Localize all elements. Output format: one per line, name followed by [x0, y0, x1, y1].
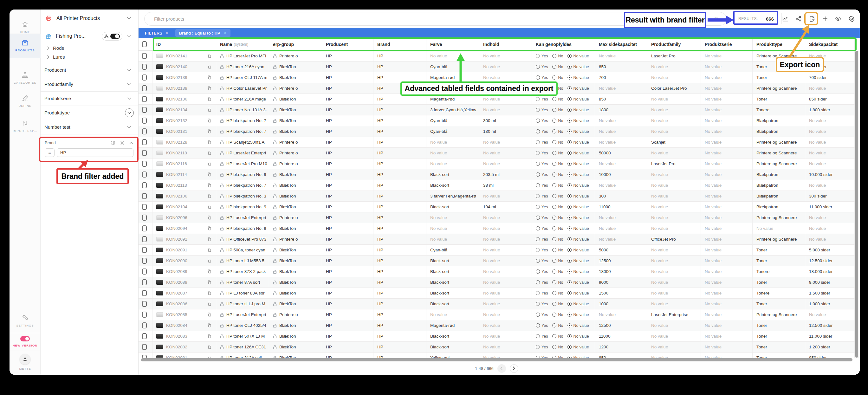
- radio-no-value[interactable]: [567, 312, 571, 317]
- radio-no[interactable]: [552, 183, 556, 187]
- radio-no[interactable]: [552, 345, 556, 349]
- radio-yes[interactable]: [536, 291, 540, 295]
- table-row[interactable]: KON02094 HP blækpatron No. 9 BlækTon HP …: [138, 223, 855, 234]
- tree-item-lures[interactable]: Lures: [40, 53, 138, 61]
- copy-icon[interactable]: [207, 215, 212, 220]
- radio-no-value[interactable]: [567, 151, 571, 155]
- radio-yes[interactable]: [536, 183, 540, 187]
- chevron-down-circle-icon[interactable]: [125, 109, 134, 117]
- radio-yes[interactable]: [536, 108, 540, 112]
- radio-yes[interactable]: [536, 65, 540, 69]
- row-checkbox[interactable]: [142, 333, 147, 339]
- horizontal-scrollbar-thumb[interactable]: [141, 358, 852, 361]
- radio-no[interactable]: [552, 151, 556, 155]
- filter-section-producent[interactable]: Producent: [40, 63, 138, 77]
- table-row[interactable]: KON02086 HP toner til LJ pro M BlækTon H…: [138, 299, 855, 309]
- radio-no[interactable]: [552, 173, 556, 177]
- radio-yes[interactable]: [536, 129, 540, 133]
- radio-no[interactable]: [552, 291, 556, 295]
- radio-no-value[interactable]: [567, 345, 571, 349]
- table-row[interactable]: KON02140 HP toner 216A cyan BlækTon HP H…: [138, 61, 855, 72]
- radio-no-value[interactable]: [567, 237, 571, 241]
- row-checkbox[interactable]: [142, 139, 147, 145]
- sidebar-item-products[interactable]: PRODUCTS: [9, 34, 40, 58]
- radio-no[interactable]: [552, 162, 556, 166]
- radio-no-value[interactable]: [567, 65, 571, 69]
- table-row[interactable]: KON02088 HP toner 87A sort BlækTon HP HP…: [138, 277, 855, 288]
- select-all-checkbox[interactable]: [142, 41, 147, 47]
- radio-no-value[interactable]: [567, 226, 571, 231]
- tree-item-rods[interactable]: Rods: [40, 44, 138, 52]
- table-row[interactable]: KON02116 HP LaserJet Pro M10 Printere o …: [138, 158, 855, 169]
- radio-yes[interactable]: [536, 75, 540, 80]
- workspace-selector[interactable]: Fishing Pro...: [40, 29, 138, 43]
- sidebar-item-home[interactable]: HOME: [9, 21, 40, 34]
- copy-icon[interactable]: [207, 259, 212, 263]
- row-checkbox[interactable]: [142, 323, 147, 328]
- row-checkbox[interactable]: [142, 161, 147, 167]
- radio-no[interactable]: [552, 259, 556, 263]
- row-checkbox[interactable]: [142, 74, 147, 81]
- table-row[interactable]: KON02113 HP blækpatron No. 7 BlækTon HP …: [138, 180, 855, 191]
- radio-no-value[interactable]: [567, 86, 571, 90]
- radio-no[interactable]: [552, 119, 556, 123]
- row-checkbox[interactable]: [142, 215, 147, 221]
- radio-no[interactable]: [552, 237, 556, 241]
- row-checkbox[interactable]: [142, 193, 147, 199]
- row-checkbox[interactable]: [142, 258, 147, 264]
- table-row[interactable]: KON02096 HP LaserJet Enterpri Printere o…: [138, 212, 855, 223]
- row-checkbox[interactable]: [142, 118, 147, 124]
- radio-no[interactable]: [552, 312, 556, 317]
- copy-icon[interactable]: [207, 172, 212, 177]
- radio-no[interactable]: [552, 302, 556, 306]
- filter-section-produkttype[interactable]: Produkttype: [40, 105, 138, 120]
- copy-icon[interactable]: [207, 108, 212, 112]
- copy-icon[interactable]: [207, 194, 212, 199]
- radio-no[interactable]: [552, 97, 556, 101]
- analytics-button[interactable]: [781, 14, 789, 23]
- radio-no[interactable]: [552, 248, 556, 252]
- copy-icon[interactable]: [207, 64, 212, 69]
- row-checkbox[interactable]: [142, 128, 147, 134]
- copy-icon[interactable]: [207, 355, 212, 358]
- radio-no-value[interactable]: [567, 270, 571, 274]
- copy-icon[interactable]: [207, 323, 212, 328]
- radio-no-value[interactable]: [567, 334, 571, 338]
- table-row[interactable]: KON02104 HP blækpatron No. 9 BlækTon HP …: [138, 202, 855, 212]
- table-row[interactable]: KON02131 HP blækpatron No. 7 BlækTon HP …: [138, 126, 855, 137]
- radio-no[interactable]: [552, 270, 556, 274]
- filter-section-productfamily[interactable]: Productfamily: [40, 77, 138, 91]
- radio-no-value[interactable]: [567, 259, 571, 263]
- row-checkbox[interactable]: [142, 344, 147, 350]
- vertical-scrollbar-thumb[interactable]: [855, 51, 858, 358]
- radio-yes[interactable]: [536, 280, 540, 284]
- radio-no-value[interactable]: [567, 183, 571, 187]
- radio-no-value[interactable]: [567, 108, 571, 112]
- row-checkbox[interactable]: [142, 172, 147, 178]
- radio-yes[interactable]: [536, 334, 540, 338]
- add-button[interactable]: [821, 14, 829, 23]
- table-row[interactable]: KON02090 HP toner LJ M553 5 BlækTon HP H…: [138, 255, 855, 266]
- copy-icon[interactable]: [207, 161, 212, 166]
- row-checkbox[interactable]: [142, 150, 147, 156]
- copy-icon[interactable]: [207, 226, 212, 231]
- copy-icon[interactable]: [207, 302, 212, 306]
- table-row[interactable]: KON02128 HP Scanjet2500f1 A Printere o H…: [138, 137, 855, 148]
- next-page-button[interactable]: [510, 364, 518, 373]
- table-row[interactable]: KON02082 HP toner 126A CE31 BlækTon HP H…: [138, 342, 855, 353]
- copy-icon[interactable]: [207, 54, 212, 58]
- radio-yes[interactable]: [536, 173, 540, 177]
- row-checkbox[interactable]: [142, 64, 147, 70]
- radio-no[interactable]: [552, 75, 556, 80]
- radio-no-value[interactable]: [567, 140, 571, 144]
- radio-yes[interactable]: [536, 97, 540, 101]
- copy-icon[interactable]: [207, 344, 212, 350]
- radio-yes[interactable]: [536, 323, 540, 328]
- copy-icon[interactable]: [207, 75, 212, 80]
- radio-no-value[interactable]: [567, 205, 571, 209]
- radio-no-value[interactable]: [567, 194, 571, 198]
- row-checkbox[interactable]: [142, 85, 147, 91]
- copy-icon[interactable]: [207, 248, 212, 252]
- radio-yes[interactable]: [536, 54, 540, 58]
- filter-chip-brand[interactable]: Brand : Equal to : HP ×: [175, 29, 230, 37]
